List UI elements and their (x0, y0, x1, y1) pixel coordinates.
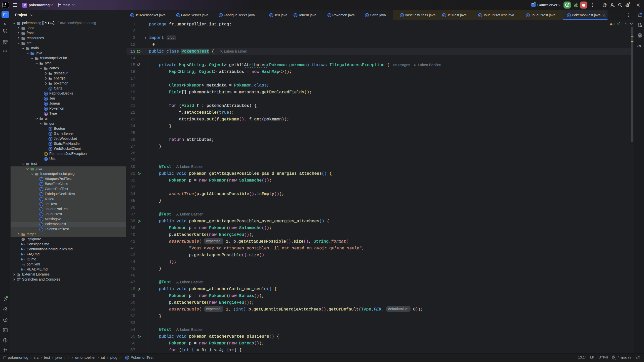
svg-text:C: C (329, 14, 330, 17)
svg-text:C: C (45, 92, 47, 95)
svg-text:R: R (50, 128, 51, 130)
svg-text:M: M (21, 243, 23, 246)
svg-text:C: C (50, 87, 51, 90)
svg-text:C: C (41, 183, 42, 186)
svg-text:M: M (21, 248, 23, 251)
svg-text:M: M (21, 258, 23, 261)
svg-text:C: C (295, 14, 296, 17)
svg-text:C: C (401, 14, 403, 17)
svg-text:C: C (50, 138, 51, 140)
svg-text:C: C (366, 14, 368, 17)
svg-text:M: M (21, 268, 23, 271)
svg-text:C: C (220, 14, 222, 17)
svg-text:C: C (41, 198, 42, 201)
svg-text:m: m (22, 262, 25, 266)
svg-text:C: C (50, 148, 51, 150)
svg-text:C: C (50, 143, 51, 145)
svg-text:C: C (45, 97, 47, 100)
svg-text:C: C (41, 218, 42, 221)
svg-text:C: C (45, 107, 47, 110)
svg-text:C: C (45, 158, 47, 160)
svg-text:C: C (131, 14, 133, 17)
svg-text:C: C (270, 14, 272, 17)
svg-text:M: M (21, 253, 23, 256)
svg-text:C: C (45, 102, 47, 105)
svg-text:E: E (45, 112, 47, 115)
